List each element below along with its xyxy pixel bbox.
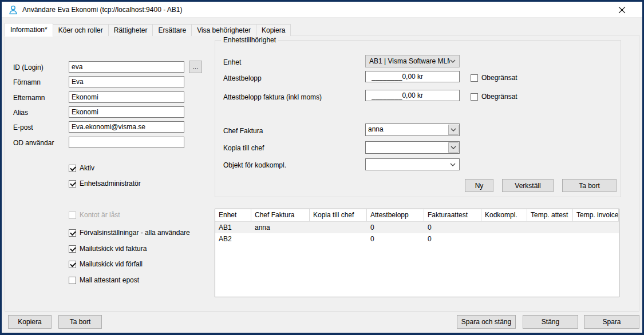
checkbox-icon bbox=[69, 229, 76, 237]
checkbox-mailutskick-faktura[interactable]: Mailutskick vid faktura bbox=[69, 245, 147, 253]
spara-button[interactable]: Spara bbox=[584, 315, 639, 329]
lastname-input[interactable] bbox=[69, 91, 184, 103]
chevron-down-icon bbox=[451, 146, 456, 149]
table-row[interactable]: AB2 0 0 bbox=[215, 233, 619, 245]
ny-button[interactable]: Ny bbox=[465, 179, 493, 192]
checkbox-kontot-ar-last: Kontot är låst bbox=[69, 211, 120, 219]
attestbelopp-label: Attestbelopp bbox=[223, 74, 262, 82]
tab-ersattare[interactable]: Ersättare bbox=[152, 24, 192, 36]
chevron-down-icon bbox=[451, 128, 456, 131]
column-header-fakturaattest[interactable]: Fakturaattest bbox=[424, 209, 481, 221]
ta-bort-button[interactable]: Ta bort bbox=[58, 315, 102, 329]
column-header-attestbelopp[interactable]: Attestbelopp bbox=[367, 209, 424, 221]
kopia-till-chef-combobox[interactable] bbox=[365, 141, 460, 154]
units-table: Enhet Chef Faktura Kopia till chef Attes… bbox=[215, 209, 619, 297]
tab-visa-behorigheter[interactable]: Visa behörigheter bbox=[191, 24, 256, 36]
kopia-till-chef-label: Kopia till chef bbox=[223, 144, 264, 152]
user-icon bbox=[8, 5, 18, 15]
checkbox-forvalsinstallningar[interactable]: Förvalsinställningar - alla användare bbox=[69, 229, 190, 237]
groupbox-title: Enhetstillhörighet bbox=[221, 36, 278, 44]
column-header-kopia-till-chef[interactable]: Kopia till chef bbox=[310, 209, 367, 221]
checkbox-icon bbox=[69, 212, 76, 219]
tab-kopiera[interactable]: Kopiera bbox=[256, 24, 291, 36]
checkbox-mailutskick-forfall[interactable]: Mailutskick vid förfall bbox=[69, 260, 143, 268]
titlebar[interactable]: Användare Eva Ekonomi (tcp://localhost:9… bbox=[2, 2, 642, 18]
column-header-temp-attest[interactable]: Temp. attest bbox=[527, 209, 573, 221]
close-button[interactable] bbox=[613, 4, 630, 16]
checkbox-enhetsadministrator[interactable]: Enhetsadministratör bbox=[69, 180, 141, 188]
firstname-label: Förnamn bbox=[13, 78, 41, 86]
column-header-kodkompl[interactable]: Kodkompl. bbox=[481, 209, 527, 221]
lastname-label: Efternamn bbox=[13, 94, 45, 102]
checkbox-aktiv[interactable]: Aktiv bbox=[69, 164, 94, 172]
firstname-input[interactable] bbox=[69, 76, 184, 87]
table-row[interactable]: AB1 anna 0 0 bbox=[215, 222, 619, 233]
checkbox-icon bbox=[69, 261, 76, 268]
email-label: E-post bbox=[13, 123, 33, 131]
enhet-label: Enhet bbox=[223, 58, 241, 66]
chevron-down-icon bbox=[450, 163, 456, 166]
window-title: Användare Eva Ekonomi (tcp://localhost:9… bbox=[22, 2, 183, 18]
attestbelopp-faktura-label: Attestbelopp faktura (inkl moms) bbox=[223, 93, 322, 101]
user-dialog-window: Användare Eva Ekonomi (tcp://localhost:9… bbox=[0, 0, 644, 335]
tab-rattigheter[interactable]: Rättigheter bbox=[108, 24, 153, 36]
chevron-down-icon bbox=[450, 59, 456, 63]
stang-button[interactable]: Stäng bbox=[523, 315, 578, 329]
checkbox-obegransat-faktura[interactable]: Obegränsat bbox=[471, 93, 517, 101]
checkbox-icon bbox=[69, 277, 76, 284]
objekt-kodkompl-dropdown[interactable] bbox=[365, 158, 460, 170]
checkbox-icon bbox=[69, 165, 76, 172]
spara-och-stang-button[interactable]: Spara och stäng bbox=[457, 315, 516, 329]
enhet-dropdown[interactable]: AB1 | Visma Software MLM bbox=[365, 55, 460, 67]
od-user-input[interactable] bbox=[69, 137, 184, 148]
checkbox-icon bbox=[471, 93, 478, 101]
checkbox-obegransat-attestbelopp[interactable]: Obegränsat bbox=[471, 74, 517, 82]
id-login-label: ID (Login) bbox=[13, 63, 44, 71]
checkbox-mall-attestant-epost[interactable]: Mall attestant epost bbox=[69, 276, 139, 284]
dropdown-button[interactable] bbox=[448, 125, 459, 135]
chef-faktura-combobox[interactable]: anna bbox=[365, 123, 460, 136]
browse-user-button[interactable]: ... bbox=[189, 61, 202, 73]
tab-strip: Information* Köer och roller Rättigheter… bbox=[5, 23, 290, 36]
dropdown-button[interactable] bbox=[448, 142, 459, 153]
checkbox-icon bbox=[69, 245, 76, 253]
tab-information[interactable]: Information* bbox=[5, 23, 53, 37]
tab-koer-och-roller[interactable]: Köer och roller bbox=[53, 24, 109, 36]
id-login-input[interactable] bbox=[69, 61, 184, 73]
checkbox-icon bbox=[471, 74, 478, 82]
ta-bort-unit-button[interactable]: Ta bort bbox=[562, 179, 617, 192]
chef-faktura-label: Chef Faktura bbox=[223, 127, 263, 135]
kopiera-button[interactable]: Kopiera bbox=[8, 315, 52, 329]
objekt-kodkompl-label: Objekt för kodkompl. bbox=[223, 161, 286, 169]
od-user-label: OD användar bbox=[13, 139, 54, 147]
alias-label: Alias bbox=[13, 109, 28, 117]
column-header-chef-faktura[interactable]: Chef Faktura bbox=[251, 209, 310, 221]
column-header-temp-invoice[interactable]: Temp. invoice... bbox=[573, 209, 619, 221]
attestbelopp-input[interactable] bbox=[365, 71, 460, 82]
checkbox-icon bbox=[69, 180, 76, 188]
alias-input[interactable] bbox=[69, 106, 184, 118]
attestbelopp-faktura-input[interactable] bbox=[365, 90, 460, 101]
verkstall-button[interactable]: Verkställ bbox=[502, 179, 554, 192]
email-input[interactable] bbox=[69, 121, 184, 133]
close-icon bbox=[618, 6, 626, 14]
table-header: Enhet Chef Faktura Kopia till chef Attes… bbox=[215, 209, 619, 222]
column-header-enhet[interactable]: Enhet bbox=[215, 209, 251, 221]
